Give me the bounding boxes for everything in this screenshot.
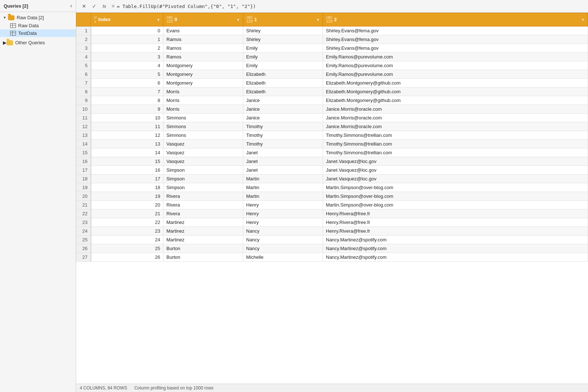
col-header-2: ABC123 2 ▼	[323, 13, 588, 26]
sidebar-group-rawdata-header[interactable]: ▼ Raw Data [2]	[0, 13, 76, 22]
fx-icon: fx	[103, 4, 106, 9]
cell-col2: Janet.Vasquez@loc.gov	[323, 157, 588, 166]
sidebar-collapse-button[interactable]: ‹	[70, 3, 72, 9]
table-row: 87MorrisElizabethElizabeth.Montgomery@gi…	[76, 87, 588, 96]
cell-col0: Montgomery	[163, 61, 243, 70]
main-content: ✕ ✓ fx = 1²₃ Index	[76, 0, 588, 392]
row-number: 27	[76, 253, 91, 262]
table-row: 2625BurtonNancyNancy.Martinez@spotify.co…	[76, 244, 588, 253]
cell-col0: Vasquez	[163, 157, 243, 166]
cell-index: 3	[91, 53, 163, 61]
row-number: 8	[76, 87, 91, 96]
cell-col2: Timothy.Simmons@trellian.com	[323, 140, 588, 148]
data-table: 1²₃ Index ▼ ABC123	[76, 13, 588, 262]
cell-col1: Janet	[243, 166, 323, 175]
col-name-index: Index	[98, 17, 111, 22]
table-row: 1110SimmonsJaniceJanice.Morris@oracle.co…	[76, 114, 588, 122]
table-icon-testdata	[10, 31, 16, 36]
col-header-row-number	[76, 13, 91, 26]
cell-index: 18	[91, 183, 163, 192]
cell-col2: Janice.Morris@oracle.com	[323, 105, 588, 114]
cell-col0: Rivera	[163, 209, 243, 218]
row-number: 2	[76, 35, 91, 44]
cell-index: 26	[91, 253, 163, 262]
table-area[interactable]: 1²₃ Index ▼ ABC123	[76, 13, 588, 384]
cell-index: 20	[91, 201, 163, 209]
table-row: 2120RiveraHenryMartin.Simpson@over-blog.…	[76, 201, 588, 209]
folder-icon	[8, 15, 15, 20]
columns-rows-label: 4 COLUMNS, 84 ROWS	[80, 385, 127, 391]
table-row: 98MorrisJaniceElizabeth.Montgomery@githu…	[76, 96, 588, 105]
col-dropdown-1[interactable]: ▼	[316, 18, 320, 22]
formula-equals: =	[112, 3, 115, 9]
cell-col2: Elizabeth.Montgomery@github.com	[323, 79, 588, 87]
cell-col1: Henry	[243, 201, 323, 209]
table-row: 1918SimpsonMartinMartin.Simpson@over-blo…	[76, 183, 588, 192]
table-icon	[10, 23, 16, 28]
cell-col0: Rivera	[163, 201, 243, 209]
row-number: 1	[76, 26, 91, 35]
fx-button[interactable]: fx	[99, 1, 109, 11]
cell-index: 16	[91, 166, 163, 175]
table-row: 2423MartinezNancyHenry.Rivera@free.fr	[76, 227, 588, 236]
cell-col1: Nancy	[243, 227, 323, 236]
cell-index: 1	[91, 35, 163, 44]
sidebar-item-testdata[interactable]: TestData	[0, 29, 76, 37]
row-number: 15	[76, 148, 91, 157]
formula-input[interactable]	[117, 4, 585, 9]
table-row: 1817SimpsonMartinJanet.Vasquez@loc.gov	[76, 175, 588, 183]
col-dropdown-0[interactable]: ▼	[236, 18, 240, 22]
table-row: 2221RiveraHenryHenry.Rivera@free.fr	[76, 209, 588, 218]
table-row: 76MontgomeryElizabethElizabeth.Montgomer…	[76, 79, 588, 87]
cell-col0: Morris	[163, 87, 243, 96]
cell-col1: Shirley	[243, 26, 323, 35]
cell-col0: Montgomery	[163, 79, 243, 87]
col-type-1: ABC123	[246, 16, 253, 24]
col-header-1: ABC123 1 ▼	[243, 13, 323, 26]
cell-col1: Henry	[243, 209, 323, 218]
cell-col1: Emily	[243, 53, 323, 61]
table-row: 54MontgomeryEmilyEmily.Ramos@purevolume.…	[76, 61, 588, 70]
cell-index: 15	[91, 157, 163, 166]
table-row: 32RamosEmilyShirley.Evans@fema.gov	[76, 44, 588, 53]
col-dropdown-2[interactable]: ▼	[581, 18, 585, 22]
cell-col2: Martin.Simpson@over-blog.com	[323, 192, 588, 201]
cell-col1: Shirley	[243, 35, 323, 44]
formula-bar: ✕ ✓ fx =	[76, 0, 588, 13]
col-name-0: 0	[175, 17, 177, 22]
row-number: 3	[76, 44, 91, 53]
sidebar-other-queries[interactable]: ▶ Other Queries	[0, 38, 76, 47]
cell-col1: Nancy	[243, 236, 323, 244]
sidebar-item-testdata-label: TestData	[18, 30, 37, 36]
row-number: 10	[76, 105, 91, 114]
cell-index: 12	[91, 131, 163, 140]
cell-col1: Elizabeth	[243, 87, 323, 96]
cell-col1: Martin	[243, 183, 323, 192]
col-dropdown-index[interactable]: ▼	[157, 18, 160, 22]
cell-col1: Emily	[243, 61, 323, 70]
cell-col1: Janice	[243, 96, 323, 105]
confirm-button[interactable]: ✓	[89, 1, 99, 11]
cell-index: 19	[91, 192, 163, 201]
cell-col0: Ramos	[163, 53, 243, 61]
cell-index: 2	[91, 44, 163, 53]
sidebar-item-rawdata[interactable]: Raw Data	[0, 22, 76, 29]
cell-col2: Henry.Rivera@free.fr	[323, 209, 588, 218]
cell-col0: Simpson	[163, 166, 243, 175]
cell-col0: Martinez	[163, 227, 243, 236]
cell-index: 4	[91, 61, 163, 70]
cell-col0: Morris	[163, 96, 243, 105]
cell-col1: Timothy	[243, 122, 323, 131]
cell-col2: Martin.Simpson@over-blog.com	[323, 201, 588, 209]
cell-col1: Michelle	[243, 253, 323, 262]
row-number: 13	[76, 131, 91, 140]
col-name-1: 1	[254, 17, 257, 22]
cell-col2: Shirley.Evans@fema.gov	[323, 44, 588, 53]
cancel-button[interactable]: ✕	[79, 1, 89, 11]
cell-col2: Henry.Rivera@free.fr	[323, 218, 588, 227]
cell-index: 7	[91, 87, 163, 96]
row-number: 14	[76, 140, 91, 148]
cell-col1: Martin	[243, 192, 323, 201]
cell-col2: Henry.Rivera@free.fr	[323, 227, 588, 236]
col-name-2: 2	[334, 17, 337, 22]
